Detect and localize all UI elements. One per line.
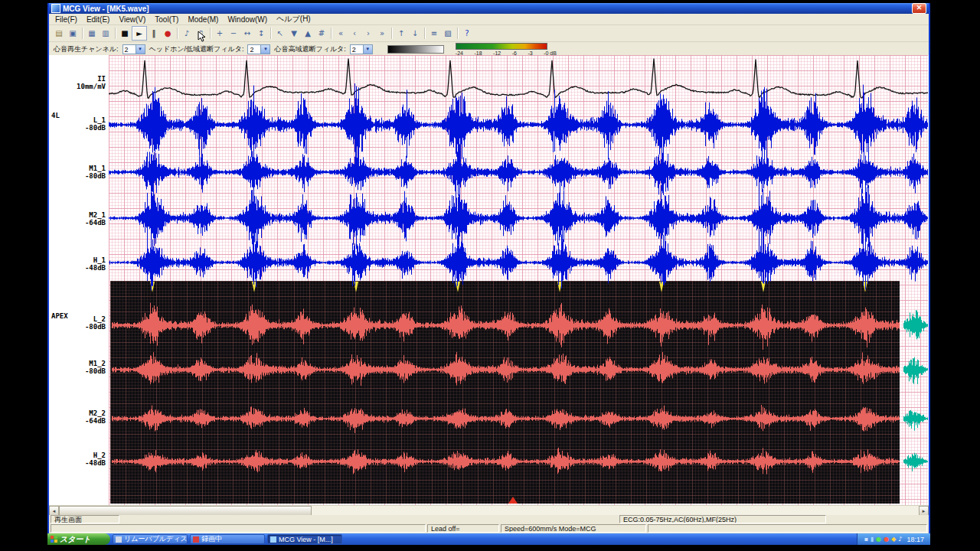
select-tool-icon[interactable]: ↖ [273, 27, 287, 40]
windows-logo-icon [51, 536, 57, 543]
channel-label-m1_1: M1_1-80dB [49, 165, 106, 180]
waveform-view: 4LAPEXII10mm/mVL_1-80dBM1_1-80dBM2_1-64d… [49, 55, 929, 505]
sound-icon[interactable]: ♪ [180, 27, 194, 40]
layout-icon[interactable]: ▧ [441, 27, 455, 40]
pause-icon[interactable]: ‖ [147, 27, 161, 40]
menu-item-3[interactable]: Tool(T) [150, 15, 183, 24]
statusbar-row-1: 再生画面 ECG:0.05-75Hz,AC(60Hz),MF(25Hz) [49, 515, 929, 524]
status-empty-cell-2 [648, 524, 927, 533]
stop-icon[interactable]: ■ [118, 27, 132, 40]
toolbar-separator [210, 28, 211, 39]
app-icon [51, 4, 60, 13]
channel-label-ii: II10mm/mV [49, 75, 106, 90]
toolbar-separator [115, 28, 116, 39]
record-icon[interactable]: ● [161, 27, 175, 40]
fit-height-icon[interactable]: ↕ [254, 27, 268, 40]
window-title: MCG View - [MK5.wave] [63, 5, 910, 13]
tray-icons: ▪▮●●◆♪ [864, 536, 902, 543]
horizontal-scrollbar[interactable]: ◄ ► [49, 505, 929, 516]
scroll-down-icon[interactable]: ↓ [408, 27, 422, 40]
screen: MCG View - [MK5.wave] ✕ File(F)Edit(E)Vi… [0, 0, 980, 551]
close-icon[interactable]: ✕ [912, 3, 926, 14]
level-meter: -24-18-12-6-3-0 dB [456, 43, 557, 56]
channel-label-l_2: L_2-80dB [49, 315, 106, 331]
toolbar-separator [331, 28, 332, 39]
status-green-tray-icon[interactable]: ● [876, 536, 881, 543]
chevron-down-icon: ▼ [136, 45, 145, 54]
toolbar-separator [424, 28, 425, 39]
task-buttons: リムーバブルディスク (F:)録画中MCG View - [M...] [110, 534, 342, 544]
prev-page-icon[interactable]: ‹ [348, 27, 361, 40]
titlebar[interactable]: MCG View - [MK5.wave] ✕ [49, 3, 929, 14]
taskbar: スタート リムーバブルディスク (F:)録画中MCG View - [M...]… [47, 533, 930, 545]
waveform-canvas[interactable] [109, 55, 928, 505]
save-icon[interactable]: ▣ [66, 27, 80, 40]
highcut-filter-label: 心音高域遮断フィルタ: [274, 44, 345, 54]
settings-icon[interactable]: ≡ [427, 27, 441, 40]
play-channel-select[interactable]: 2 ▼ [122, 44, 145, 54]
first-page-icon[interactable]: « [334, 27, 348, 40]
volume-tray-icon[interactable]: ♪ [898, 536, 902, 543]
mouse-cursor [198, 31, 208, 43]
task-button-icon [193, 536, 199, 543]
lowcut-filter-select[interactable]: 2 ▼ [247, 44, 270, 54]
toolbar-separator [82, 28, 83, 39]
channel-label-m1_2: M1_2-80dB [49, 360, 106, 375]
statusbar: 再生画面 ECG:0.05-75Hz,AC(60Hz),MF(25Hz) Lea… [49, 515, 929, 533]
status-speed-mode-cell: Speed=600mm/s Mode=MCG [501, 524, 646, 533]
play-channel-label: 心音再生チャンネル: [54, 44, 119, 54]
channel-label-h_2: H_2-48dB [49, 452, 106, 467]
task-button-1[interactable]: 録画中 [190, 534, 265, 544]
channel-label-m2_2: M2_2-64dB [49, 409, 106, 425]
last-page-icon[interactable]: » [375, 27, 389, 40]
task-button-icon [116, 536, 122, 543]
zoom-out-icon[interactable]: − [227, 27, 240, 40]
chevron-down-icon: ▼ [260, 45, 270, 54]
marker-down-icon[interactable]: ▼ [287, 27, 301, 40]
open-icon[interactable]: ▤ [52, 27, 66, 40]
print-icon[interactable]: ▦ [85, 27, 99, 40]
statusbar-row-2: Lead off= Speed=600mm/s Mode=MCG [49, 524, 929, 533]
zoom-in-icon[interactable]: + [213, 27, 227, 40]
clock: 18:17 [906, 536, 924, 543]
channel-label-h_1: H_1-48dB [49, 256, 106, 272]
app-window: MCG View - [MK5.wave] ✕ File(F)Edit(E)Vi… [47, 3, 930, 533]
lowcut-filter-label: ヘッドホン/低域遮断フィルタ: [149, 44, 244, 54]
help-icon[interactable]: ? [460, 27, 474, 40]
menu-item-6[interactable]: ヘルプ(H) [272, 14, 315, 24]
task-button-0[interactable]: リムーバブルディスク (F:) [113, 534, 188, 544]
menu-item-2[interactable]: View(V) [114, 15, 150, 24]
status-red-tray-icon[interactable]: ● [884, 536, 889, 543]
status-empty-cell [51, 524, 426, 533]
toolbar-separator [177, 28, 178, 39]
menu-item-4[interactable]: Mode(M) [183, 15, 223, 24]
play-icon[interactable]: ► [132, 26, 147, 41]
marker-up-icon[interactable]: ▲ [301, 27, 315, 40]
status-ecg-filter-cell: ECG:0.05-75Hz,AC(60Hz),MF(25Hz) [619, 515, 826, 523]
menu-item-1[interactable]: Edit(E) [82, 15, 115, 24]
menu-item-0[interactable]: File(F) [51, 15, 82, 24]
toolbar-separator [270, 28, 271, 39]
toolbar-separator [391, 28, 392, 39]
task-button-2[interactable]: MCG View - [M...] [267, 534, 342, 544]
fit-width-icon[interactable]: ↔ [240, 27, 254, 40]
highcut-filter-select[interactable]: 2 ▼ [350, 44, 373, 54]
grid-icon[interactable]: # [315, 27, 328, 40]
channel-label-l_1: L_1-80dB [49, 116, 106, 132]
status-mode-cell: 再生画面 [51, 515, 119, 523]
display-tray-icon[interactable]: ▪ [864, 536, 867, 543]
menu-item-5[interactable]: Window(W) [223, 15, 272, 24]
start-button[interactable]: スタート [47, 533, 110, 545]
network-tray-icon[interactable]: ▮ [871, 536, 874, 543]
volume-ramp-slider[interactable] [387, 45, 444, 54]
toolbar: ▤▣▦▥■►‖●♪♫+−↔↕↖▼▲#«‹›»↑↓≡▧? [49, 25, 929, 42]
toolbar-separator [457, 28, 458, 39]
next-page-icon[interactable]: › [361, 27, 375, 40]
scroll-up-icon[interactable]: ↑ [394, 27, 408, 40]
channel-labels: 4LAPEXII10mm/mVL_1-80dBM1_1-80dBM2_1-64d… [49, 55, 109, 505]
status-leadoff-cell: Lead off= [427, 524, 499, 533]
shield-tray-icon[interactable]: ◆ [891, 536, 896, 543]
copy-icon[interactable]: ▥ [99, 27, 113, 40]
level-meter-bar [456, 43, 547, 50]
menubar: File(F)Edit(E)View(V)Tool(T)Mode(M)Windo… [49, 14, 929, 25]
